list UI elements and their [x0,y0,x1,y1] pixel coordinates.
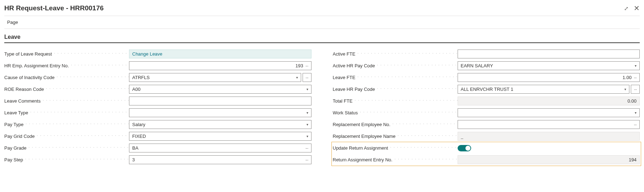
update-return-assignment-toggle[interactable] [458,145,471,151]
label: Pay Grade [4,145,129,151]
field-active-hr-pay-code: Active HR Pay Code EARN SALARY ▾ [333,60,640,72]
label: Active FTE [333,51,458,57]
label: Replacement Employee Name [333,134,458,139]
active-hr-pay-code-select[interactable]: EARN SALARY ▾ [458,61,640,70]
chevron-down-icon[interactable]: ▾ [294,76,298,79]
chevron-down-icon[interactable]: ▾ [304,87,308,91]
total-fte-display: 0.00 [458,97,640,105]
pay-grid-code-select[interactable]: FIXED ▾ [129,132,311,141]
field-total-fte: Total FTE 0.00 [333,95,640,107]
chevron-down-icon[interactable]: ▾ [304,134,308,138]
field-leave-fte: Leave FTE 1.00 ··· [333,72,640,83]
type-of-leave-request-input[interactable]: Change Leave [129,50,311,58]
field-update-return-assignment: Update Return Assignment [333,142,640,154]
pay-type-select[interactable]: Salary ▾ [129,120,311,129]
hr-emp-assignment-entry-no-input[interactable]: 193 ··· [129,61,311,70]
label: Leave Comments [4,98,129,104]
lookup-icon[interactable]: ··· [632,76,637,79]
leave-fte-input[interactable]: 1.00 ··· [458,73,640,82]
label: Cause of Inactivity Code [4,75,129,80]
leave-hr-pay-code-more-button[interactable]: ··· [631,85,640,94]
label: Replacement Employee No. [333,122,458,127]
leave-type-select[interactable]: ▾ [129,108,311,117]
pay-step-input[interactable]: 3 ··· [129,155,311,164]
chevron-down-icon[interactable]: ▾ [622,87,626,91]
tab-page[interactable]: Page [4,16,640,28]
cause-of-inactivity-code-select[interactable]: ATRFLS ▾ [129,73,301,82]
right-column: Active FTE Active HR Pay Code EARN SALAR… [333,48,640,166]
left-column: Type of Leave Request Change Leave HR Em… [4,48,311,166]
label: Return Assignment Entry No. [333,157,458,162]
page-title: HR Request-Leave - HRR00176 [4,4,104,12]
active-fte-input[interactable] [458,50,640,58]
label: ROE Reason Code [4,87,129,92]
label: Total FTE [333,98,458,104]
field-leave-type: Leave Type ▾ [4,107,311,119]
field-active-fte: Active FTE [333,48,640,60]
leave-comments-input[interactable] [129,97,311,105]
field-pay-type: Pay Type Salary ▾ [4,119,311,130]
roe-reason-code-select[interactable]: A00 ▾ [129,85,311,94]
replacement-employee-name-display: _ [458,132,640,141]
field-cause-of-inactivity-code: Cause of Inactivity Code ATRFLS ▾ ··· [4,72,311,83]
section-header-leave: Leave [4,29,640,43]
window-header: HR Request-Leave - HRR00176 ⤢ ✕ [4,3,640,16]
collapse-icon[interactable]: ⤢ [624,6,629,11]
field-replacement-employee-name: Replacement Employee Name _ [333,130,640,142]
field-work-status: Work Status ▾ [333,107,640,119]
field-hr-emp-assignment-entry-no: HR Emp. Assignment Entry No. 193 ··· [4,60,311,72]
field-leave-hr-pay-code: Leave HR Pay Code ALL ENRVCHR TRUST 1 ▾ … [333,83,640,95]
field-leave-comments: Leave Comments [4,95,311,107]
label: Pay Step [4,157,129,162]
lookup-icon[interactable]: ··· [632,123,637,126]
window-controls: ⤢ ✕ [624,5,640,12]
label: Work Status [333,110,458,115]
return-assignment-highlight: Update Return Assignment Return Assignme… [331,142,642,166]
field-roe-reason-code: ROE Reason Code A00 ▾ [4,83,311,95]
field-pay-grade: Pay Grade BA ··· [4,142,311,154]
lookup-icon[interactable]: ··· [303,159,308,161]
label: Update Return Assignment [333,145,458,151]
label: Type of Leave Request [4,51,129,57]
label: Active HR Pay Code [333,63,458,68]
chevron-down-icon[interactable]: ▾ [304,123,308,126]
field-type-of-leave-request: Type of Leave Request Change Leave [4,48,311,60]
field-replacement-employee-no: Replacement Employee No. ··· [333,119,640,130]
close-icon[interactable]: ✕ [634,5,640,12]
chevron-down-icon[interactable]: ▾ [633,64,637,68]
field-pay-step: Pay Step 3 ··· [4,154,311,166]
lookup-icon[interactable]: ··· [303,147,308,150]
field-pay-grid-code: Pay Grid Code FIXED ▾ [4,130,311,142]
label: Pay Grid Code [4,134,129,139]
leave-hr-pay-code-select[interactable]: ALL ENRVCHR TRUST 1 ▾ [458,85,630,94]
work-status-select[interactable]: ▾ [458,108,640,117]
label: HR Emp. Assignment Entry No. [4,63,129,68]
field-return-assignment-entry-no: Return Assignment Entry No. 194 [333,154,640,166]
return-assignment-entry-no-display: 194 [458,155,640,164]
label: Pay Type [4,122,129,127]
cause-of-inactivity-more-button[interactable]: ··· [303,73,311,82]
lookup-icon[interactable]: ··· [303,64,308,67]
pay-grade-input[interactable]: BA ··· [129,144,311,152]
label: Leave HR Pay Code [333,87,458,92]
chevron-down-icon[interactable]: ▾ [304,111,308,115]
chevron-down-icon[interactable]: ▾ [633,111,637,115]
leave-form: Type of Leave Request Change Leave HR Em… [4,48,640,166]
label: Leave Type [4,110,129,115]
replacement-employee-no-input[interactable]: ··· [458,120,640,129]
label: Leave FTE [333,75,458,80]
